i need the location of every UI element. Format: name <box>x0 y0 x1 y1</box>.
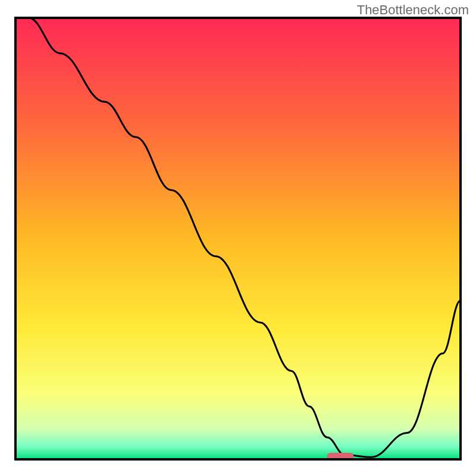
watermark-text: TheBottleneck.com <box>357 2 469 18</box>
gradient-background <box>15 18 461 459</box>
bottleneck-chart: TheBottleneck.com <box>0 0 476 476</box>
chart-svg <box>0 0 476 476</box>
